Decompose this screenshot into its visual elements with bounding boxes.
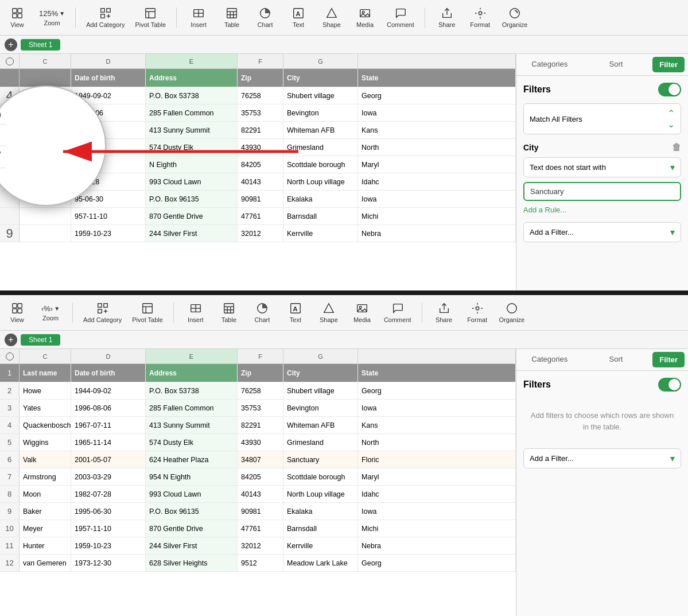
toolbar-zoom[interactable]: 125%▼ Zoom: [39, 9, 65, 26]
toolbar-table[interactable]: Table: [220, 7, 243, 28]
sheet-tabs-bottom: + Sheet 1: [0, 331, 688, 349]
toolbar-format[interactable]: Format: [469, 7, 492, 28]
cell-state: Kans: [358, 417, 516, 433]
toolbar-add-category-bottom[interactable]: Add Category: [83, 302, 122, 323]
filters-header-bottom: Filters: [523, 378, 681, 392]
col-header-e-top[interactable]: E: [146, 54, 238, 68]
cell-dob: 1959-10-23: [71, 537, 146, 554]
toolbar-chart-bottom[interactable]: Chart: [251, 302, 274, 323]
col-header-c-bottom[interactable]: C: [20, 349, 71, 363]
cell-state: Iowa: [358, 191, 516, 207]
filters-title-top: Filters: [523, 84, 551, 95]
add-filter-select-bottom[interactable]: Add a Filter... ▾: [523, 448, 681, 468]
add-rule-link[interactable]: Add a Rule...: [523, 206, 566, 214]
add-sheet-button-bottom[interactable]: +: [5, 334, 17, 346]
toolbar-share-bottom[interactable]: Share: [433, 302, 456, 323]
toolbar-share[interactable]: Share: [436, 7, 458, 28]
toolbar-format-bottom[interactable]: Format: [466, 302, 489, 323]
svg-rect-4: [101, 9, 104, 12]
toolbar-shape[interactable]: Shape: [320, 7, 343, 28]
col-header-e-bottom[interactable]: E: [146, 349, 238, 363]
col-header-d-top[interactable]: D: [71, 54, 146, 68]
col-header-f-top[interactable]: F: [238, 54, 283, 68]
col-header-rest-bottom: [358, 349, 516, 363]
row-num: 6: [0, 451, 20, 468]
svg-point-27: [510, 9, 520, 18]
cell-zip: 76258: [238, 382, 283, 399]
toolbar-separator-3: [425, 7, 425, 28]
cell-address: 244 Silver First: [146, 225, 238, 242]
col-header-c-top[interactable]: C: [20, 54, 71, 68]
tab-filter-top[interactable]: Filter: [652, 57, 685, 72]
row-num: 11: [0, 537, 20, 554]
add-filter-select-top[interactable]: Add a Filter... ▾: [523, 222, 681, 242]
cell-address: 993 Cloud Lawn: [146, 173, 238, 190]
cell-state: Iowa: [358, 104, 516, 121]
toolbar-text[interactable]: A Text: [287, 7, 310, 28]
header-city: City: [283, 69, 358, 87]
tab-categories-bottom[interactable]: Categories: [516, 349, 583, 370]
row-num: 5: [0, 434, 20, 451]
toolbar-pivot-bottom[interactable]: Pivot Table: [132, 302, 163, 323]
filter-condition-select[interactable]: Text does not start with ▾: [523, 157, 681, 177]
filters-toggle-top[interactable]: [658, 83, 681, 96]
match-all-filter-select-top[interactable]: Match All Filters ⌃⌄: [523, 103, 681, 134]
table-row: 3 Yates 1996-08-06 285 Fallen Common 357…: [0, 400, 516, 417]
cell-city: Ekalaka: [283, 503, 358, 520]
col-header-g-top[interactable]: G: [283, 54, 358, 68]
bh-last-name: Last name: [20, 364, 71, 382]
col-header-g-bottom[interactable]: G: [283, 349, 358, 363]
bh-state: State: [358, 364, 516, 382]
toolbar-text-bottom[interactable]: A Text: [284, 302, 307, 323]
table-row: 9 1959-10-23 244 Silver First 32012 Kerr…: [0, 225, 516, 242]
toolbar-insert-bottom[interactable]: Insert: [184, 302, 207, 323]
toolbar-shape-bottom[interactable]: Shape: [317, 302, 340, 323]
toolbar-view[interactable]: View: [6, 7, 29, 28]
toolbar-table-bottom[interactable]: Table: [217, 302, 240, 323]
cell-zip: 47761: [238, 208, 283, 224]
add-sheet-button-top[interactable]: +: [5, 38, 17, 51]
toolbar-comment[interactable]: Comment: [387, 7, 414, 28]
cell-state: Idahc: [358, 173, 516, 190]
col-header-d-bottom[interactable]: D: [71, 349, 146, 363]
col-header-f-bottom[interactable]: F: [238, 349, 283, 363]
table-row: 5 Wiggins 1965-11-14 574 Dusty Elk 43930…: [0, 434, 516, 451]
cell-address: 285 Fallen Common: [146, 400, 238, 416]
toolbar-add-category[interactable]: Add Category: [86, 7, 125, 28]
toolbar-zoom-bottom[interactable]: ‹%›▼ Zoom: [39, 304, 62, 321]
toolbar-media[interactable]: Media: [353, 7, 376, 28]
toolbar-media-bottom[interactable]: Media: [351, 302, 374, 323]
cell-city: Bevington: [283, 400, 358, 416]
cell-dob: 1996-08-06: [71, 400, 146, 416]
sheet-tab-top[interactable]: Sheet 1: [21, 39, 60, 51]
right-panel-bottom: Categories Sort Filter Filters Add filte…: [516, 349, 688, 616]
toolbar-comment-bottom[interactable]: Comment: [384, 302, 411, 323]
sheet-tab-bottom[interactable]: Sheet 1: [21, 334, 60, 346]
tab-filter-bottom[interactable]: Filter: [652, 352, 685, 367]
tab-sort-bottom[interactable]: Sort: [583, 349, 650, 370]
toolbar-organize[interactable]: Organize: [502, 7, 528, 28]
svg-point-57: [507, 304, 517, 313]
cell-state: Iowa: [358, 503, 516, 520]
spreadsheet-wrapper-bottom: C D E F G 1 Last name Date of birth Addr…: [0, 349, 688, 616]
toolbar-organize-bottom[interactable]: Organize: [499, 302, 525, 323]
toolbar-view-bottom[interactable]: View: [6, 302, 29, 323]
tab-sort-top[interactable]: Sort: [583, 54, 650, 75]
filter-value-input[interactable]: [523, 182, 681, 201]
cell-address: 244 Silver First: [146, 537, 238, 554]
header-zip: Zip: [238, 69, 283, 87]
toolbar-insert[interactable]: Insert: [187, 7, 210, 28]
filters-toggle-bottom[interactable]: [658, 378, 681, 392]
row-num: 8: [0, 486, 20, 502]
corner-cell-top: [0, 54, 20, 69]
tab-categories-top[interactable]: Categories: [516, 54, 583, 75]
toolbar-chart[interactable]: Chart: [254, 7, 277, 28]
cell-dob: 1973-12-30: [71, 555, 146, 571]
row-num: 10: [0, 520, 20, 537]
cell-address: 574 Dusty Elk: [146, 434, 238, 451]
cell-zip: 84205: [238, 468, 283, 485]
toolbar-pivot-table[interactable]: Pivot Table: [135, 7, 166, 28]
cell-zip: 82291: [238, 122, 283, 138]
add-filter-arrow-top: ▾: [670, 227, 675, 238]
city-filter-delete[interactable]: 🗑: [672, 142, 681, 153]
